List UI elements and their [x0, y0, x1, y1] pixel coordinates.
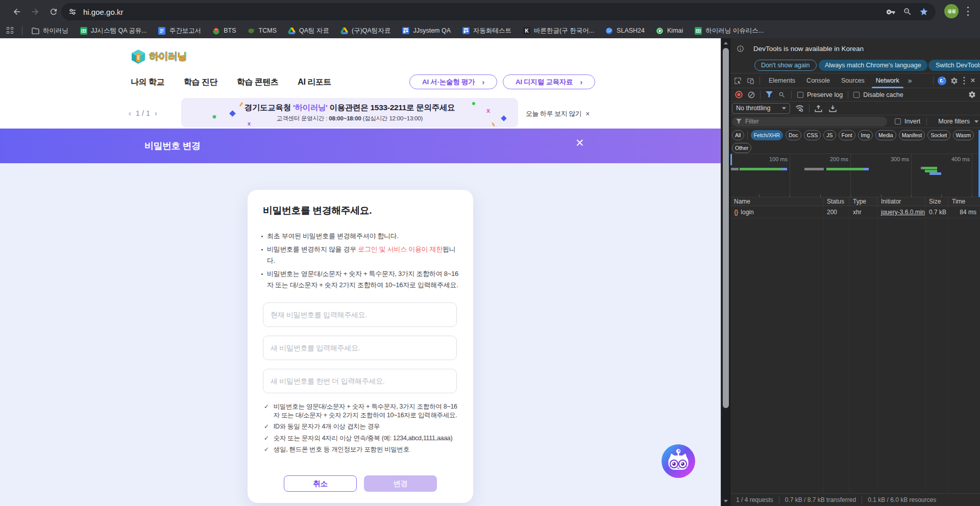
bookmark-item[interactable]: TCMS [248, 27, 277, 35]
always-match-language-button[interactable]: Always match Chrome's language [819, 60, 927, 71]
back-icon[interactable] [11, 6, 22, 17]
disable-cache-checkbox[interactable] [853, 92, 860, 98]
filter-chip-css[interactable]: CSS [804, 130, 821, 140]
throttling-row: No throttling [730, 102, 980, 115]
column-header-initiator[interactable]: Initiator [877, 197, 925, 206]
invert-checkbox[interactable] [895, 118, 901, 124]
filter-chip-media[interactable]: Media [875, 130, 896, 140]
scroll-up-icon[interactable] [724, 42, 728, 44]
devtools-language-promo-icon[interactable] [938, 77, 946, 85]
export-har-icon[interactable] [829, 105, 837, 112]
network-overview-timeline[interactable]: 100 ms200 ms300 ms400 ms [730, 154, 980, 194]
bookmark-star-icon[interactable] [919, 7, 928, 16]
nav-item[interactable]: 학습 진단 [184, 77, 217, 88]
page-scrollbar[interactable] [721, 38, 730, 506]
site-settings-icon[interactable] [66, 5, 79, 18]
browser-menu-icon[interactable] [967, 7, 969, 16]
notice-banner[interactable]: x x 경기도교육청 '하이러닝' 이용관련은 1533-2211로 문의주세요… [181, 98, 518, 128]
bookmark-item[interactable]: 하이러닝 이슈리스... [694, 27, 764, 35]
filter-chip-doc[interactable]: Doc [786, 130, 801, 140]
dont-show-again-button[interactable]: Don't show again [754, 60, 817, 71]
bookmark-item[interactable]: SLASH24 [605, 27, 645, 35]
next-page-icon[interactable]: › [155, 109, 157, 117]
devtools-tab-sources[interactable]: Sources [836, 73, 870, 88]
filter-chip-all[interactable]: All [732, 130, 744, 140]
column-header-size[interactable]: Size [925, 197, 948, 206]
search-icon[interactable] [778, 91, 786, 98]
timeline-left-handle[interactable] [730, 154, 732, 165]
devtools-menu-icon[interactable] [963, 77, 965, 85]
bookmark-item[interactable]: 주간보고서 [158, 27, 202, 35]
filter-chip-js[interactable]: JS [823, 130, 836, 140]
devtools-close-icon[interactable]: × [970, 75, 975, 86]
modal-close-icon[interactable]: × [576, 135, 584, 151]
confirm-password-input[interactable] [263, 369, 457, 393]
preserve-log-checkbox[interactable] [797, 92, 803, 98]
site-logo[interactable]: 하이러닝 [131, 49, 187, 64]
ai-digital-material-button[interactable]: AI 디지털 교육자료› [503, 74, 595, 89]
chatbot-button[interactable] [662, 444, 695, 478]
filter-chip-img[interactable]: Img [858, 130, 873, 140]
url-text[interactable]: hi.goe.go.kr [83, 8, 886, 16]
filter-chip-other[interactable]: Other [732, 143, 751, 153]
more-filters-label[interactable]: More filters [938, 118, 970, 125]
devtools-tab-elements[interactable]: Elements [763, 73, 801, 88]
bookmark-item[interactable]: K바른한글(구 한국어... [523, 27, 594, 35]
cancel-button[interactable]: 취소 [284, 475, 357, 492]
bookmark-item[interactable]: JJ시스템 QA 공유... [80, 27, 147, 35]
bookmark-item[interactable]: (구)QA팀자료 [340, 27, 390, 35]
apps-grid-icon[interactable] [7, 27, 14, 34]
filter-chip-fetchxhr[interactable]: Fetch/XHR [751, 130, 783, 140]
bookmark-item[interactable]: JJsystem QA [402, 27, 451, 35]
bookmark-item[interactable]: BTS [212, 27, 236, 35]
column-header-time[interactable]: Time [948, 197, 980, 206]
clear-icon[interactable] [748, 91, 755, 98]
inspect-icon[interactable] [734, 77, 742, 85]
current-password-input[interactable] [263, 302, 457, 327]
more-tabs-icon[interactable]: » [905, 73, 915, 88]
prev-page-icon[interactable]: ‹ [129, 109, 131, 117]
bookmark-item[interactable]: 하이러닝 [32, 27, 68, 35]
nav-item[interactable]: 나의 학교 [131, 77, 164, 88]
network-settings-icon[interactable] [968, 91, 976, 98]
reload-icon[interactable] [48, 6, 59, 17]
url-bar[interactable]: hi.goe.go.kr [61, 3, 936, 20]
filter-chip-font[interactable]: Font [839, 130, 855, 140]
filter-chip-wasm[interactable]: Wasm [953, 130, 974, 140]
bookmark-item[interactable]: QA팀 자료 [288, 27, 329, 35]
nav-item[interactable]: AI 리포트 [298, 77, 331, 88]
scrollbar-thumb[interactable] [723, 48, 729, 408]
record-icon[interactable] [735, 91, 743, 98]
devtools-tab-console[interactable]: Console [801, 73, 836, 88]
device-toolbar-icon[interactable] [747, 77, 754, 85]
nav-item[interactable]: 학습 콘텐츠 [237, 77, 278, 88]
bookmark-favicon [80, 27, 87, 35]
devtools-tab-network[interactable]: Network [870, 73, 905, 88]
timeline-ticks [730, 194, 980, 197]
bookmark-item[interactable]: 자동화테스트 [462, 27, 511, 35]
column-header-type[interactable]: Type [849, 197, 877, 206]
column-header-name[interactable]: Name [730, 197, 823, 206]
bookmark-item[interactable]: Kimai [656, 27, 683, 35]
forward-icon[interactable] [30, 6, 41, 17]
submit-button[interactable]: 변경 [364, 475, 437, 492]
password-key-icon[interactable] [886, 7, 896, 17]
filter-icon[interactable] [766, 91, 773, 98]
filter-input[interactable]: Filter [732, 117, 887, 127]
request-row[interactable]: {}login 200 xhr jquery-3.6.0.min 0.7 kB … [730, 206, 980, 218]
import-har-icon[interactable] [815, 105, 822, 112]
filter-chip-socket[interactable]: Socket [927, 130, 950, 140]
switch-devtools-button[interactable]: Switch DevTools [928, 60, 980, 71]
hide-today-button[interactable]: 오늘 하루 보지 않기× [526, 109, 590, 118]
devtools-settings-icon[interactable] [950, 77, 958, 85]
request-table-header[interactable]: NameStatusTypeInitiatorSizeTime [730, 197, 980, 206]
zoom-icon[interactable] [903, 7, 912, 16]
filter-chip-manifest[interactable]: Manifest [899, 130, 925, 140]
throttling-select[interactable]: No throttling [732, 103, 790, 114]
column-header-status[interactable]: Status [823, 197, 849, 206]
scroll-down-icon[interactable] [724, 500, 728, 502]
ai-essay-eval-button[interactable]: AI 서·논술형 평가› [409, 74, 497, 89]
network-conditions-icon[interactable] [795, 105, 804, 112]
new-password-input[interactable] [263, 336, 457, 360]
profile-avatar[interactable]: 응용 [944, 4, 959, 18]
